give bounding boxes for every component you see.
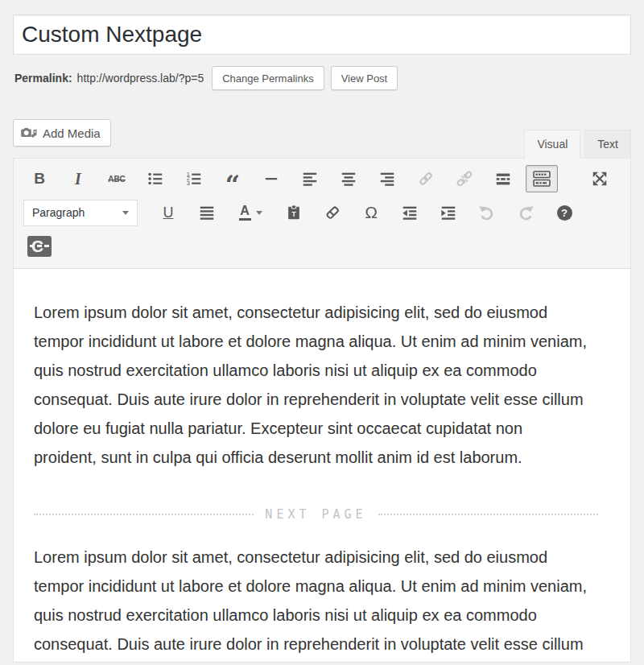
page-break-button[interactable] <box>526 165 558 192</box>
horizontal-rule-icon <box>262 170 280 188</box>
italic-button[interactable]: I <box>62 165 94 192</box>
change-permalinks-button[interactable]: Change Permalinks <box>212 66 324 90</box>
fullscreen-button[interactable] <box>584 165 616 192</box>
justify-icon <box>198 204 216 221</box>
unlink-icon <box>456 170 473 188</box>
help-button[interactable]: ? <box>548 199 580 226</box>
nextpage-label: NEXT PAGE <box>265 507 366 522</box>
strikethrough-icon: ABC <box>108 175 126 184</box>
insert-more-tag-button[interactable] <box>487 165 519 192</box>
svg-text:T: T <box>291 210 296 218</box>
bold-button[interactable]: B <box>23 165 56 192</box>
underline-button[interactable]: U <box>152 199 184 226</box>
editor-frame: B I ABC <box>13 158 631 663</box>
add-media-button[interactable]: Add Media <box>13 119 111 147</box>
align-center-button[interactable] <box>332 165 365 192</box>
redo-button[interactable] <box>510 199 542 226</box>
clear-formatting-button[interactable] <box>316 199 349 226</box>
svg-text:3: 3 <box>187 180 190 187</box>
fullscreen-icon <box>591 170 609 188</box>
permalink-label: Permalink: <box>14 72 72 85</box>
content-paragraph-page1[interactable]: Lorem ipsum dolor sit amet, consectetur … <box>34 298 589 472</box>
align-right-button[interactable] <box>371 165 403 192</box>
content-paragraph-page2[interactable]: Lorem ipsum dolor sit amet, consectetur … <box>34 543 589 662</box>
insert-link-button[interactable] <box>410 165 442 192</box>
remove-link-button[interactable] <box>448 165 481 192</box>
link-icon <box>417 170 435 188</box>
paste-as-text-button[interactable]: T <box>278 199 310 226</box>
chevron-down-icon <box>256 211 262 215</box>
view-post-button[interactable]: View Post <box>331 66 398 90</box>
eraser-icon <box>324 204 341 221</box>
toolbar-row-2: Paragraph U A <box>14 196 630 229</box>
chevron-down-icon <box>122 211 129 215</box>
indent-button[interactable] <box>432 199 464 226</box>
align-left-button[interactable] <box>294 165 326 192</box>
indent-icon <box>440 204 457 221</box>
horizontal-rule-button[interactable] <box>255 165 287 192</box>
bold-icon: B <box>34 170 45 188</box>
italic-icon: I <box>75 170 81 188</box>
text-color-icon: A <box>239 204 251 221</box>
editor-header: Add Media Visual Text <box>13 119 631 158</box>
blockquote-button[interactable]: “ <box>217 165 249 192</box>
undo-icon <box>478 204 496 221</box>
tab-visual[interactable]: Visual <box>524 130 580 159</box>
omega-icon: Ω <box>365 203 378 222</box>
align-left-icon <box>301 170 319 188</box>
outdent-button[interactable] <box>394 199 426 226</box>
format-select-value: Paragraph <box>32 206 85 219</box>
help-icon: ? <box>557 205 572 221</box>
numbered-list-button[interactable]: 1 2 3 <box>178 165 210 192</box>
align-center-icon <box>340 170 357 188</box>
page-break-icon <box>532 169 551 188</box>
media-icon <box>21 126 37 140</box>
more-tag-icon <box>494 170 512 188</box>
post-title-input[interactable] <box>13 14 631 55</box>
bulleted-list-button[interactable] <box>139 165 171 192</box>
permalink-row: Permalink: http://wordpress.lab/?p=5 Cha… <box>14 66 631 90</box>
post-edit-screen: Permalink: http://wordpress.lab/?p=5 Cha… <box>0 0 644 663</box>
custom-nextpage-button[interactable]: C <box>23 233 56 260</box>
toolbar-row-3: C <box>14 229 630 263</box>
toolbar-row-1: B I ABC <box>14 162 630 196</box>
paste-text-icon: T <box>285 204 303 221</box>
text-color-button[interactable]: A <box>229 199 271 226</box>
undo-button[interactable] <box>471 199 503 226</box>
underline-icon: U <box>163 204 174 221</box>
justify-button[interactable] <box>191 199 223 226</box>
redo-icon <box>517 204 535 221</box>
add-media-label: Add Media <box>43 126 101 140</box>
divider-line <box>34 514 254 515</box>
editor-content-area[interactable]: Lorem ipsum dolor sit amet, consectetur … <box>14 269 630 662</box>
divider-line <box>378 514 598 515</box>
editor-toolbar: B I ABC <box>14 159 630 269</box>
align-right-icon <box>378 170 396 188</box>
custom-nextpage-icon: C <box>27 236 52 257</box>
permalink-url: http://wordpress.lab/?p=5 <box>77 72 204 85</box>
tab-text[interactable]: Text <box>584 130 631 159</box>
nextpage-divider: NEXT PAGE <box>34 507 598 522</box>
strikethrough-button[interactable]: ABC <box>101 165 133 192</box>
outdent-icon <box>401 204 419 221</box>
numbered-list-icon: 1 2 3 <box>185 170 203 188</box>
bulleted-list-icon <box>147 170 164 188</box>
editor-mode-tabs: Visual Text <box>520 129 631 158</box>
paragraph-format-select[interactable]: Paragraph <box>23 200 138 226</box>
special-character-button[interactable]: Ω <box>355 199 387 226</box>
